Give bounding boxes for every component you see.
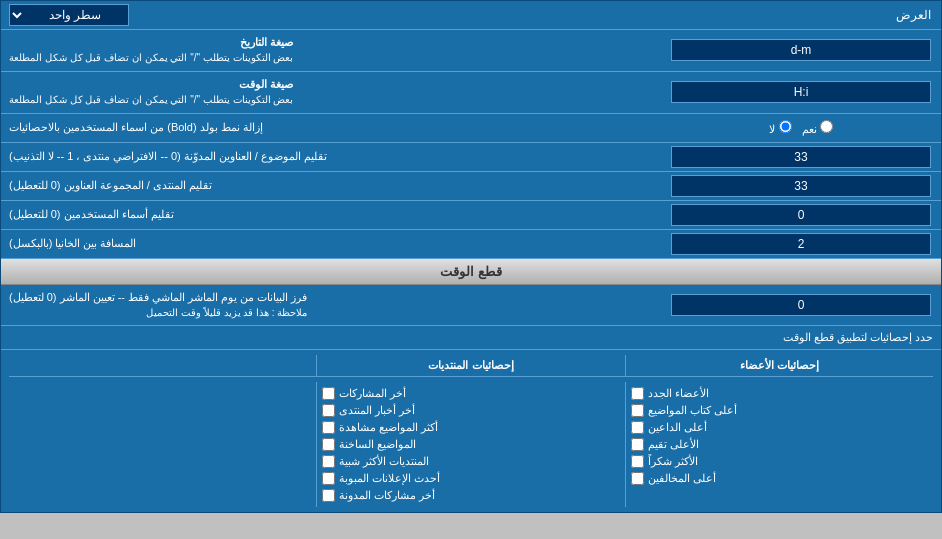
time-format-input[interactable] (671, 81, 931, 103)
space-columns-input[interactable] (671, 233, 931, 255)
checkbox-item: أخر أخبار المنتدى (322, 402, 619, 419)
topic-threads-input[interactable] (671, 146, 931, 168)
space-columns-input-container (661, 230, 941, 258)
checkbox-top-violators[interactable] (631, 472, 644, 485)
checkbox-item: الأعلى تقيم (631, 436, 928, 453)
checkbox-most-active-forums[interactable] (322, 455, 335, 468)
forum-groups-input[interactable] (671, 175, 931, 197)
checkboxes-headers: إحصائيات الأعضاء إحصائيات المنتديات (9, 355, 933, 377)
forum-groups-input-container (661, 172, 941, 200)
col3-header: إحصائيات الأعضاء (625, 355, 933, 376)
checkbox-item: أكثر المواضيع مشاهدة (322, 419, 619, 436)
topic-threads-label: تقليم الموضوع / العناوين المدوّنة (0 -- … (1, 143, 661, 171)
realtime-input-container (661, 285, 941, 326)
checkbox-col-empty (9, 382, 316, 507)
bold-radio-row: نعم لا (759, 117, 842, 139)
checkboxes-section: إحصائيات الأعضاء إحصائيات المنتديات الأع… (1, 350, 941, 512)
checkbox-last-blog-posts[interactable] (322, 489, 335, 502)
topic-threads-input-container (661, 143, 941, 171)
limit-label: حدد إحصائيات لتطبيق قطع الوقت (1, 326, 941, 349)
space-columns-row: المسافة بين الخانيا (بالبكسل) (1, 230, 941, 259)
checkbox-top-inviters[interactable] (631, 421, 644, 434)
realtime-row: فرز البيانات من يوم الماشر الماشي فقط --… (1, 285, 941, 327)
realtime-input[interactable] (671, 294, 931, 316)
bold-yes-label: نعم (802, 120, 833, 136)
time-format-label: صيغة الوقت بعض التكوينات يتطلب "/" التي … (1, 72, 661, 113)
main-container: العرض سطر واحد سطرين ثلاثة أسطر صيغة الت… (0, 0, 942, 513)
checkbox-top-topic-writers[interactable] (631, 404, 644, 417)
limit-label-row: حدد إحصائيات لتطبيق قطع الوقت (1, 326, 941, 350)
bold-no-label: لا (769, 120, 791, 136)
checkbox-item: الأعضاء الجدد (631, 385, 928, 402)
topic-threads-row: تقليم الموضوع / العناوين المدوّنة (0 -- … (1, 143, 941, 172)
col2-header: إحصائيات المنتديات (316, 355, 624, 376)
checkbox-col-members: الأعضاء الجدد أعلى كتاب المواضيع أعلى ال… (625, 382, 933, 507)
checkbox-item: أحدث الإعلانات المبوبة (322, 470, 619, 487)
bold-yes-radio[interactable] (820, 120, 833, 133)
top-row: العرض سطر واحد سطرين ثلاثة أسطر (1, 1, 941, 30)
bold-radio-container: نعم لا (661, 114, 941, 142)
checkboxes-grid: الأعضاء الجدد أعلى كتاب المواضيع أعلى ال… (9, 382, 933, 507)
realtime-section-header: قطع الوقت (1, 259, 941, 285)
checkbox-hot-topics[interactable] (322, 438, 335, 451)
realtime-label: فرز البيانات من يوم الماشر الماشي فقط --… (1, 285, 661, 326)
checkbox-item: أعلى الداعين (631, 419, 928, 436)
display-select[interactable]: سطر واحد سطرين ثلاثة أسطر (9, 4, 129, 26)
checkbox-item: المواضيع الساخنة (322, 436, 619, 453)
bold-remove-label: إزالة نمط بولد (Bold) من اسماء المستخدمي… (1, 114, 661, 142)
checkbox-item: أخر المشاركات (322, 385, 619, 402)
users-names-label: تقليم أسماء المستخدمين (0 للتعطيل) (1, 201, 661, 229)
checkbox-most-viewed[interactable] (322, 421, 335, 434)
col1-header (9, 355, 316, 376)
users-names-row: تقليم أسماء المستخدمين (0 للتعطيل) (1, 201, 941, 230)
checkbox-item: المنتديات الأكثر شبية (322, 453, 619, 470)
checkbox-item: الأكثر شكراً (631, 453, 928, 470)
checkbox-item: أخر مشاركات المدونة (322, 487, 619, 504)
bold-remove-row: نعم لا إزالة نمط بولد (Bold) من اسماء ال… (1, 114, 941, 143)
users-names-input-container (661, 201, 941, 229)
space-columns-label: المسافة بين الخانيا (بالبكسل) (1, 230, 661, 258)
checkbox-last-news[interactable] (322, 404, 335, 417)
checkbox-item: أعلى كتاب المواضيع (631, 402, 928, 419)
date-format-row: صيغة التاريخ بعض التكوينات يتطلب "/" الت… (1, 30, 941, 72)
checkbox-last-posts[interactable] (322, 387, 335, 400)
forum-groups-label: تقليم المنتدى / المجموعة العناوين (0 للت… (1, 172, 661, 200)
checkbox-most-thanked[interactable] (631, 455, 644, 468)
forum-groups-row: تقليم المنتدى / المجموعة العناوين (0 للت… (1, 172, 941, 201)
time-format-input-container (661, 72, 941, 113)
date-format-input-container (661, 30, 941, 71)
time-format-row: صيغة الوقت بعض التكوينات يتطلب "/" التي … (1, 72, 941, 114)
date-format-label: صيغة التاريخ بعض التكوينات يتطلب "/" الت… (1, 30, 661, 71)
checkbox-col-forums: أخر المشاركات أخر أخبار المنتدى أكثر الم… (316, 382, 624, 507)
checkbox-latest-classified[interactable] (322, 472, 335, 485)
checkbox-top-rated[interactable] (631, 438, 644, 451)
checkbox-item: أعلى المخالفين (631, 470, 928, 487)
checkbox-new-members[interactable] (631, 387, 644, 400)
top-label: العرض (137, 3, 941, 27)
users-names-input[interactable] (671, 204, 931, 226)
date-format-input[interactable] (671, 39, 931, 61)
top-select-container: سطر واحد سطرين ثلاثة أسطر (1, 1, 137, 29)
bold-no-radio[interactable] (779, 120, 792, 133)
